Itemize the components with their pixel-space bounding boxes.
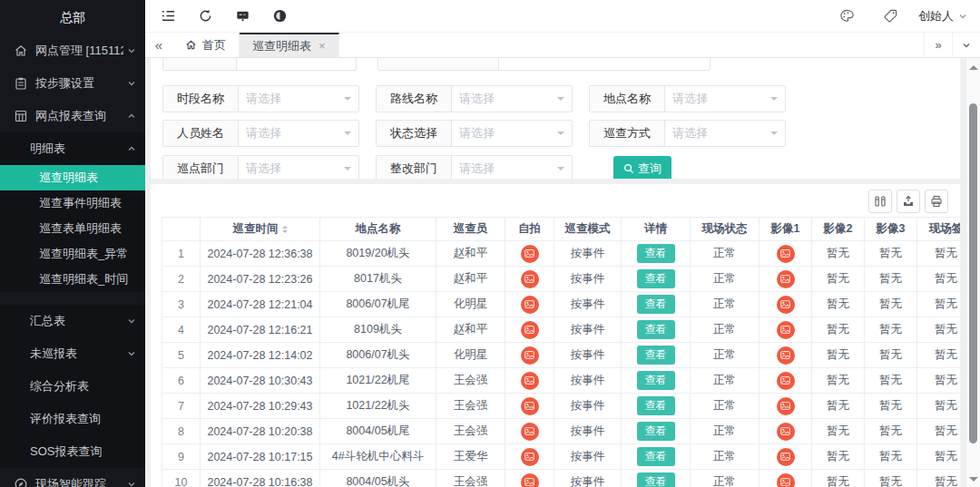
image1-photo-icon[interactable] — [777, 423, 795, 441]
image1-photo-icon[interactable] — [777, 296, 795, 314]
tabs-scroll-left-icon[interactable]: « — [145, 33, 172, 57]
sidebar-item[interactable]: 按步骤设置 — [0, 67, 145, 100]
sidebar-item[interactable]: 巡查明细表 — [0, 165, 145, 190]
select-point-dept[interactable]: 请选择 — [239, 156, 358, 179]
sort-icon[interactable] — [282, 226, 288, 233]
view-button[interactable]: 查看 — [637, 371, 675, 390]
menu-fold-icon[interactable] — [152, 0, 183, 33]
selfie-photo-icon[interactable] — [521, 397, 539, 415]
search-button[interactable]: 查询 — [613, 156, 671, 179]
sidebar-item[interactable]: 评价报表查询 — [0, 403, 145, 435]
selfie-photo-icon[interactable] — [521, 346, 539, 365]
tag-icon[interactable] — [875, 0, 906, 33]
palette-icon[interactable] — [831, 0, 862, 33]
tabs-scroll-right-icon[interactable]: » — [924, 33, 952, 57]
tab-inspection-detail[interactable]: 巡查明细表 × — [240, 33, 339, 57]
export-icon[interactable] — [897, 190, 920, 213]
view-button[interactable]: 查看 — [637, 396, 675, 415]
image1-photo-icon[interactable] — [777, 346, 795, 365]
view-button[interactable]: 查看 — [637, 447, 675, 466]
scroll-down-icon[interactable] — [969, 477, 978, 482]
print-icon[interactable] — [925, 190, 948, 213]
sidebar-item[interactable]: 现场智能跟踪 — [0, 468, 145, 487]
filter-field[interactable] — [162, 58, 357, 71]
select-status[interactable]: 请选择 — [452, 121, 572, 146]
sidebar-item[interactable]: 汇总表 — [0, 305, 145, 337]
sidebar-item[interactable]: 巡查事件明细表 — [0, 190, 145, 216]
cell-sign: 暂无 — [917, 292, 960, 317]
vertical-scrollbar[interactable] — [965, 58, 980, 487]
cell-image3: 暂无 — [865, 444, 917, 470]
theme-toggle-icon[interactable] — [264, 0, 295, 33]
selfie-photo-icon[interactable] — [521, 423, 539, 441]
screen-icon[interactable] — [227, 0, 258, 33]
scrollbar-thumb[interactable] — [969, 103, 977, 443]
select-location-name[interactable]: 请选择 — [665, 86, 785, 112]
view-button[interactable]: 查看 — [637, 269, 675, 288]
selfie-photo-icon[interactable] — [521, 321, 539, 339]
cell-sign: 暂无 — [917, 394, 960, 419]
row-number: 8 — [162, 419, 201, 444]
cell-time: 2024-07-28 12:36:38 — [201, 241, 320, 267]
image1-photo-icon[interactable] — [777, 270, 795, 288]
cell-location: 8004/05机头 — [320, 470, 436, 487]
selfie-photo-icon[interactable] — [521, 270, 539, 288]
sidebar-item[interactable]: 巡查表单明细表 — [0, 216, 145, 241]
cell-image3: 暂无 — [865, 267, 917, 292]
sidebar-item[interactable]: 网点报表查询 — [0, 100, 145, 132]
cell-time: 2024-07-28 10:29:43 — [201, 394, 320, 419]
select-route-name[interactable]: 请选择 — [452, 86, 572, 112]
view-button[interactable]: 查看 — [637, 346, 675, 365]
image1-photo-icon[interactable] — [777, 372, 795, 390]
image1-photo-icon[interactable] — [777, 321, 795, 339]
close-icon[interactable]: × — [318, 39, 326, 53]
table-row: 102024-07-28 10:16:388004/05机头王会强按事件查看正常… — [162, 470, 960, 487]
sidebar-item[interactable]: 巡查明细表_时间 — [0, 267, 145, 292]
tabs-menu-icon[interactable] — [952, 33, 980, 57]
column-header-time[interactable]: 巡查时间 — [201, 218, 320, 241]
cell-inspector: 化明星 — [436, 343, 505, 368]
sidebar-item[interactable]: 未巡报表 — [0, 337, 145, 370]
column-header: 巡查员 — [436, 218, 505, 241]
scroll-up-icon[interactable] — [969, 65, 978, 70]
selfie-photo-icon[interactable] — [521, 372, 539, 390]
user-menu[interactable]: 创始人 — [918, 8, 967, 24]
tabbar: « 首页 巡查明细表 × » — [145, 33, 980, 58]
cell-image2: 暂无 — [812, 267, 865, 292]
sidebar-item[interactable]: 综合分析表 — [0, 370, 145, 403]
view-button[interactable]: 查看 — [637, 244, 675, 263]
sidebar-item[interactable]: 巡查明细表_异常 — [0, 241, 145, 267]
sidebar-item[interactable]: SOS报表查询 — [0, 435, 145, 468]
columns-icon[interactable] — [868, 190, 892, 213]
selfie-photo-icon[interactable] — [521, 296, 539, 314]
image1-photo-icon[interactable] — [777, 397, 795, 415]
select-inspect-mode[interactable]: 请选择 — [665, 121, 785, 146]
view-button[interactable]: 查看 — [637, 472, 675, 487]
sidebar-item[interactable]: 明细表 — [0, 132, 145, 165]
filter-field[interactable] — [377, 58, 710, 71]
selfie-photo-icon[interactable] — [521, 473, 539, 487]
caret-down-icon — [557, 167, 564, 174]
refresh-icon[interactable] — [190, 0, 220, 33]
view-button[interactable]: 查看 — [637, 422, 675, 441]
row-number: 7 — [162, 394, 201, 419]
filter-field-point-dept: 巡点部门 请选择 — [162, 155, 359, 179]
cell-mode: 按事件 — [554, 419, 622, 444]
image1-photo-icon[interactable] — [777, 473, 795, 487]
cell-image2: 暂无 — [812, 317, 865, 343]
cell-image2: 暂无 — [812, 292, 865, 317]
image1-photo-icon[interactable] — [777, 448, 795, 466]
home-icon — [14, 44, 28, 58]
view-button[interactable]: 查看 — [637, 320, 675, 339]
image1-photo-icon[interactable] — [777, 245, 795, 263]
tab-home[interactable]: 首页 — [172, 33, 240, 57]
table-toolbar — [151, 190, 948, 213]
selfie-photo-icon[interactable] — [521, 448, 539, 466]
select-rectify-dept[interactable]: 请选择 — [452, 156, 572, 179]
select-person-name[interactable]: 请选择 — [239, 121, 358, 146]
cell-image3: 暂无 — [865, 394, 917, 419]
selfie-photo-icon[interactable] — [521, 245, 539, 263]
select-time-period[interactable]: 请选择 — [239, 86, 358, 112]
sidebar-item[interactable]: 网点管理 [1151120] — [0, 34, 145, 67]
view-button[interactable]: 查看 — [637, 295, 675, 314]
